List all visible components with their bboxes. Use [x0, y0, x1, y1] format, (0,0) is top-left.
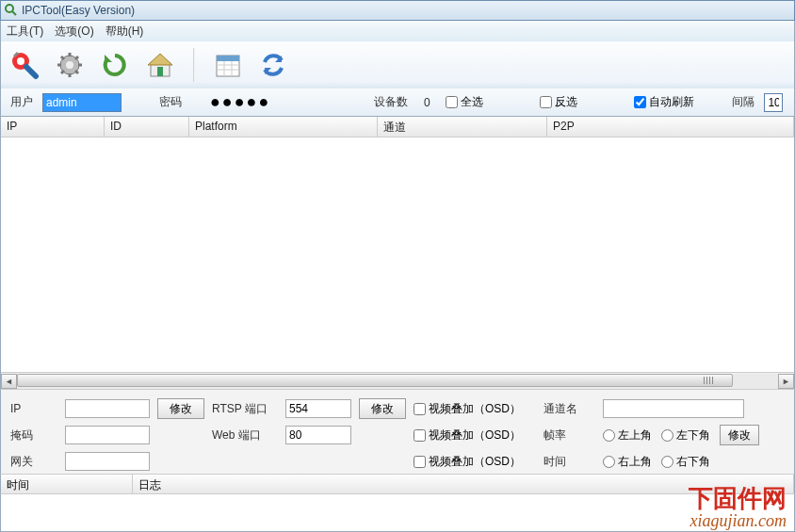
watermark: 下固件网 xiagujian.com — [689, 486, 787, 531]
mask-input[interactable] — [65, 426, 150, 444]
time-label: 时间 — [544, 454, 595, 470]
menu-options[interactable]: 选项(O) — [55, 24, 93, 40]
ip-input[interactable] — [65, 399, 150, 418]
svg-line-12 — [61, 71, 64, 73]
menu-help[interactable]: 帮助(H) — [105, 24, 144, 40]
osd-time-checkbox[interactable]: 视频叠加（OSD） — [414, 454, 536, 470]
watermark-cn: 下固件网 — [689, 486, 787, 513]
osd-channel-checkbox[interactable]: 视频叠加（OSD） — [414, 401, 536, 417]
devcount-label: 设备数 — [374, 94, 408, 110]
grid-header: IP ID Platform 通道 P2P — [1, 117, 794, 137]
password-label: 密码 — [159, 94, 182, 110]
log-body[interactable]: 下固件网 xiagujian.com — [0, 494, 795, 532]
autorefresh-checkbox[interactable]: 自动刷新 — [634, 94, 694, 110]
horizontal-scrollbar[interactable]: ◄ ► — [1, 372, 794, 389]
col-ip[interactable]: IP — [1, 117, 105, 137]
svg-line-10 — [61, 56, 64, 59]
svg-line-13 — [75, 56, 78, 59]
channel-name-input[interactable] — [603, 399, 744, 418]
tool-calendar-icon[interactable] — [212, 49, 244, 81]
pos-bl-radio[interactable]: 右上角 — [603, 454, 652, 470]
web-input[interactable] — [285, 426, 351, 444]
rtsp-label: RTSP 端口 — [212, 401, 278, 417]
settings-panel: IP 修改 RTSP 端口 修改 视频叠加（OSD） 通道名 设备类型 掩码 W… — [0, 389, 795, 474]
scroll-track[interactable] — [17, 374, 778, 389]
app-window: IPCTool(Easy Version) 工具(T) 选项(O) 帮助(H) … — [0, 0, 795, 532]
selectall-checkbox[interactable]: 全选 — [446, 94, 483, 110]
pos-tr-radio[interactable]: 左下角 — [661, 427, 710, 443]
watermark-en: xiagujian.com — [689, 512, 787, 531]
rtsp-input[interactable] — [285, 399, 351, 418]
pos-br-radio[interactable]: 右下角 — [661, 454, 710, 470]
tool-gear-icon[interactable] — [54, 49, 86, 81]
pos-tl-radio[interactable]: 左上角 — [603, 427, 652, 443]
invert-checkbox[interactable]: 反选 — [540, 94, 577, 110]
position-row2: 右上角 右下角 — [603, 454, 791, 470]
tool-home-icon[interactable] — [144, 49, 176, 81]
position-row1: 左上角 左下角 修改 — [603, 425, 791, 445]
gateway-input[interactable] — [65, 452, 150, 471]
svg-line-11 — [75, 71, 78, 73]
channel-name-label: 通道名 — [544, 401, 595, 417]
rtsp-modify-button[interactable]: 修改 — [359, 398, 406, 419]
log-header: 时间 日志 — [0, 474, 795, 494]
titlebar[interactable]: IPCTool(Easy Version) — [0, 0, 795, 21]
menubar: 工具(T) 选项(O) 帮助(H) — [0, 21, 795, 41]
svg-point-3 — [17, 57, 24, 65]
user-label: 用户 — [10, 94, 33, 110]
main-grid: IP ID Platform 通道 P2P ◄ ► — [0, 117, 795, 389]
toolbar-separator — [193, 48, 195, 82]
ip-modify-button[interactable]: 修改 — [157, 398, 204, 419]
pos-modify-button[interactable]: 修改 — [720, 425, 759, 445]
devcount-value: 0 — [417, 96, 436, 109]
scroll-grip-icon — [704, 377, 713, 384]
menu-tools[interactable]: 工具(T) — [7, 24, 43, 40]
svg-point-0 — [6, 5, 13, 12]
tool-sync-icon[interactable] — [257, 49, 289, 81]
osd-fps-checkbox[interactable]: 视频叠加（OSD） — [414, 427, 536, 443]
scroll-thumb[interactable] — [17, 374, 733, 387]
toolbar — [0, 41, 795, 89]
grid-body[interactable] — [1, 137, 794, 372]
web-label: Web 端口 — [212, 427, 278, 443]
fps-label: 帧率 — [544, 427, 595, 443]
svg-point-5 — [66, 61, 73, 69]
ip-label: IP — [10, 402, 57, 415]
password-input[interactable]: ●●●●● — [210, 92, 270, 112]
interval-label: 间隔 — [732, 94, 754, 110]
tool-refresh-icon[interactable] — [99, 49, 131, 81]
scroll-left-icon[interactable]: ◄ — [1, 374, 17, 389]
col-channel[interactable]: 通道 — [378, 117, 547, 137]
tool-settings-icon[interactable] — [8, 49, 41, 81]
window-title: IPCTool(Easy Version) — [22, 4, 135, 17]
col-id[interactable]: ID — [105, 117, 189, 137]
scroll-right-icon[interactable]: ► — [778, 374, 794, 389]
gateway-label: 网关 — [10, 454, 57, 470]
svg-rect-15 — [157, 67, 163, 76]
user-input[interactable] — [42, 93, 122, 112]
svg-rect-17 — [217, 56, 239, 61]
log-col-time[interactable]: 时间 — [1, 475, 133, 493]
credentials-row: 用户 密码 ●●●●● 设备数 0 全选 反选 自动刷新 间隔 — [0, 89, 795, 117]
svg-line-1 — [12, 11, 16, 15]
app-icon — [5, 4, 18, 17]
interval-input[interactable] — [764, 93, 783, 112]
col-p2p[interactable]: P2P — [547, 117, 794, 137]
mask-label: 掩码 — [10, 427, 57, 443]
col-platform[interactable]: Platform — [189, 117, 378, 137]
